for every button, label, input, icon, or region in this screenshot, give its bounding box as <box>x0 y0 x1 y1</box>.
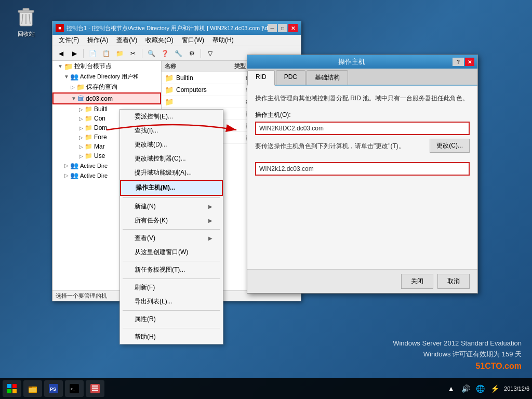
tree-ad1-label: Active Dire <box>80 163 108 169</box>
start-button[interactable] <box>3 380 21 397</box>
folder-icon-use: 📁 <box>85 152 92 159</box>
ops-content: 操作主机管理向其他域控制器分配 RID 池。域中只有一台服务器担任此角色。 操作… <box>247 86 477 269</box>
toolbar-btn2[interactable]: 📋 <box>100 48 112 59</box>
menu-file[interactable]: 文件(F) <box>55 35 83 46</box>
ops-tab-pdc[interactable]: PDC <box>276 70 305 85</box>
tree-saved-label: 保存的查询 <box>86 83 117 91</box>
expand-ad[interactable]: ▼ <box>63 73 70 81</box>
cmd-button[interactable]: >_ <box>65 380 84 397</box>
menu-window[interactable]: 窗口(W) <box>178 35 208 46</box>
expand-saved[interactable]: ▷ <box>69 84 76 91</box>
expand-use[interactable]: ▷ <box>77 152 85 159</box>
ctx-sep2 <box>123 229 220 230</box>
expand-root[interactable]: ▼ <box>57 63 64 70</box>
tree-item-dc03[interactable]: ▼ 🏛 dc03.com <box>52 92 161 104</box>
folder-icon-con: 📁 <box>85 115 92 122</box>
toolbar-btn1[interactable]: 📄 <box>86 48 99 59</box>
forward-button[interactable]: ▶ <box>68 48 81 59</box>
ctx-change-domain[interactable]: 更改域(D)... <box>120 138 223 152</box>
powershell-button[interactable]: PS <box>44 380 63 397</box>
folder-icon-mar: 📁 <box>85 143 92 150</box>
ctx-all-tasks[interactable]: 所有任务(K) ▶ <box>120 214 223 228</box>
menu-favorites[interactable]: 收藏夹(O) <box>141 35 177 46</box>
expand-ad2[interactable]: ▷ <box>63 172 70 179</box>
taskbar: PS >_ ▲ 🔊 🌐 ⚡ <box>0 378 532 399</box>
computers-item-icon: 📁 <box>165 86 174 94</box>
ctx-export[interactable]: 导出列表(L)... <box>120 295 223 309</box>
ctx-ops-master[interactable]: 操作主机(M)... <box>120 180 223 196</box>
ops-close-button[interactable]: 关闭 <box>401 274 433 289</box>
ops-title: 操作主机 <box>250 57 453 66</box>
ops-transfer-section: 要传送操作主机角色到下列计算机，请单击"更改"(T)。 更改(C)... <box>255 141 470 156</box>
ops-tabs: RID PDC 基础结构 <box>247 69 477 86</box>
tree-item-root[interactable]: ▼ 📁 控制台根节点 <box>52 61 161 72</box>
ctx-new-taskpad[interactable]: 新任务板视图(T)... <box>120 263 223 277</box>
datetime-display[interactable]: 2013/12/6 <box>504 385 529 392</box>
ctx-refresh[interactable]: 刷新(F) <box>120 281 223 295</box>
ctx-new[interactable]: 新建(N) ▶ <box>120 200 223 214</box>
ctx-delegate[interactable]: 委派控制(E)... <box>120 110 223 124</box>
ops-current-input[interactable] <box>255 122 470 135</box>
ctx-find[interactable]: 查找(I)... <box>120 124 223 138</box>
powershell-icon: PS <box>49 384 58 393</box>
menu-view[interactable]: 查看(V) <box>112 35 141 46</box>
ops-transfer-text: 要传送操作主机角色到下列计算机，请单击"更改"(T)。 <box>255 141 430 151</box>
expand-dom[interactable]: ▷ <box>77 124 85 131</box>
toolbar-btn4[interactable]: ✂ <box>127 48 139 59</box>
toolbar-btn7[interactable]: 🔧 <box>172 48 184 59</box>
ops-change-button[interactable]: 更改(C)... <box>430 139 470 153</box>
minimize-button[interactable]: ─ <box>268 24 277 32</box>
ops-target-input[interactable] <box>255 162 470 176</box>
toolbar-btn5[interactable]: 🔍 <box>145 48 157 59</box>
maximize-button[interactable]: □ <box>278 24 287 32</box>
back-button[interactable]: ◀ <box>55 48 67 59</box>
toolbar-sep2 <box>142 49 142 58</box>
ctx-new-window[interactable]: 从这里创建窗口(W) <box>120 245 223 259</box>
expand-con[interactable]: ▷ <box>77 115 85 122</box>
ops-footer: 关闭 取消 <box>247 269 477 293</box>
expand-mar[interactable]: ▷ <box>77 143 85 150</box>
tree-item-ad-users[interactable]: ▼ 👥 Active Directory 用户和 <box>52 72 161 82</box>
ctx-upgrade[interactable]: 提升域功能级别(A)... <box>120 166 223 180</box>
ops-tab-infra[interactable]: 基础结构 <box>307 70 348 85</box>
ctx-view[interactable]: 查看(V) ▶ <box>120 231 223 245</box>
mmc-titlebar: ■ 控制台1 - [控制台根节点\Active Directory 用户和计算机… <box>52 21 301 35</box>
svg-text:PS: PS <box>50 387 56 392</box>
ctx-sep5 <box>123 310 220 311</box>
tools-button[interactable] <box>86 380 104 397</box>
expand-builtin[interactable]: ▷ <box>77 105 85 113</box>
recycle-bin[interactable]: 回收站 <box>10 5 42 38</box>
ctx-properties[interactable]: 属性(R) <box>120 312 223 326</box>
ctx-new-arrow: ▶ <box>208 204 212 209</box>
tree-mar-label: Mar <box>94 143 105 150</box>
ops-help-button[interactable]: ? <box>453 58 464 66</box>
ops-tab-rid[interactable]: RID <box>247 70 275 86</box>
toolbar-btn6[interactable]: ❓ <box>158 48 171 59</box>
toolbar-filter[interactable]: ▽ <box>204 48 216 59</box>
toolbar-btn8[interactable]: ⚙ <box>185 48 198 59</box>
server-watermark: Windows Server 2012 Standard Evaluation … <box>393 338 522 373</box>
ops-cancel-button[interactable]: 取消 <box>437 274 470 289</box>
ctx-help[interactable]: 帮助(H) <box>120 330 223 344</box>
ctx-sep4 <box>123 278 220 279</box>
close-button[interactable]: ✕ <box>288 24 298 32</box>
ad2-icon: 👥 <box>70 171 78 179</box>
tree-item-saved-queries[interactable]: ▷ 📁 保存的查询 <box>52 82 161 92</box>
toolbar-sep1 <box>83 49 84 58</box>
toolbar-btn3[interactable]: 📁 <box>113 48 126 59</box>
expand-dc03[interactable]: ▼ <box>70 95 77 102</box>
expand-ad1[interactable]: ▷ <box>63 162 70 169</box>
mmc-title: 控制台1 - [控制台根节点\Active Directory 用户和计算机 [… <box>66 24 268 32</box>
explorer-button[interactable] <box>23 380 42 397</box>
menu-help[interactable]: 帮助(H) <box>208 35 238 46</box>
ops-close-x-button[interactable]: ✕ <box>465 58 474 66</box>
col-header-name: 名称 <box>162 61 231 72</box>
folder-icon-fore: 📁 <box>85 134 92 141</box>
expand-fore[interactable]: ▷ <box>77 134 85 141</box>
folder-icon-saved: 📁 <box>76 83 85 91</box>
ctx-change-dc[interactable]: 更改域控制器(C)... <box>120 152 223 166</box>
svg-rect-12 <box>29 387 32 388</box>
svg-rect-19 <box>92 388 98 389</box>
menu-action[interactable]: 操作(A) <box>83 35 112 46</box>
toolbar-sep3 <box>201 49 201 58</box>
